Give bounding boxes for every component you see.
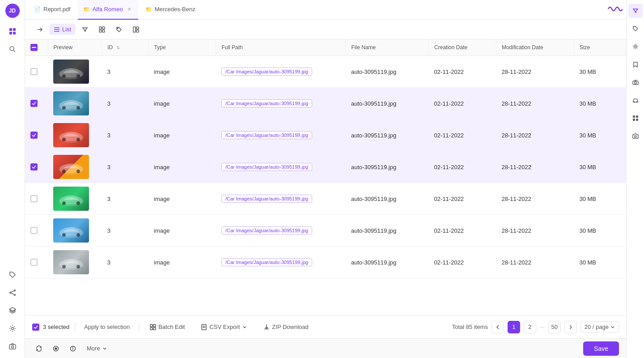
car-svg <box>53 218 89 243</box>
col-header-id[interactable]: ID ⇅ <box>102 39 148 56</box>
cell-size: 30 MB <box>574 151 626 183</box>
sidebar-icon-share[interactable] <box>4 285 21 301</box>
row-checkbox[interactable] <box>30 68 38 75</box>
avatar[interactable]: JD <box>5 4 20 18</box>
toolbar-btn-group[interactable] <box>94 24 110 35</box>
cell-type: image <box>148 215 216 247</box>
preview-image <box>53 250 89 274</box>
csv-export-btn[interactable]: CSV Export <box>195 321 253 332</box>
cell-modification: 28-11-2022 <box>496 119 574 151</box>
row-checkbox[interactable] <box>30 163 38 170</box>
cell-modification: 28-11-2022 <box>496 183 574 215</box>
path-badge[interactable]: /Car Images/Jaguar/auto-3095199.jpg <box>221 226 312 234</box>
cell-size: 30 MB <box>574 56 626 88</box>
rs-tag-icon[interactable] <box>628 21 643 36</box>
col-header-modification: Modification Date <box>496 39 574 56</box>
cell-filename: auto-3095119.jpg <box>346 151 429 183</box>
cell-creation: 02-11-2022 <box>429 183 496 215</box>
page-last-btn[interactable]: 50 <box>548 321 561 333</box>
page-2-btn[interactable]: 2 <box>524 321 536 333</box>
sidebar-icon-layers[interactable] <box>4 303 21 319</box>
batch-edit-label: Batch Edit <box>158 324 185 330</box>
row-checkbox[interactable] <box>30 132 38 139</box>
next-page-btn[interactable] <box>564 321 577 333</box>
svg-point-52 <box>62 265 66 268</box>
csv-dropdown-icon[interactable] <box>242 324 247 330</box>
rs-grid2-icon[interactable] <box>628 111 643 125</box>
apply-to-selection-btn[interactable]: Apply to selection <box>80 322 133 332</box>
table-row: 3 image /Car Images/Jaguar/auto-3095199.… <box>25 215 626 247</box>
row-checkbox[interactable] <box>30 227 38 234</box>
info-icon <box>70 345 76 352</box>
cell-size: 30 MB <box>574 88 626 119</box>
toolbar-btn-list[interactable]: List <box>49 24 76 35</box>
per-page-select[interactable]: 20 / page <box>580 321 619 332</box>
row-checkbox[interactable] <box>30 100 38 107</box>
sidebar-icon-search[interactable] <box>4 41 21 57</box>
cell-creation: 02-11-2022 <box>429 119 496 151</box>
toolbar-btn-breadcrumb[interactable] <box>32 24 47 35</box>
id-sort-icon: ⇅ <box>116 45 120 50</box>
selected-count-checkbox[interactable] <box>32 324 39 331</box>
save-btn[interactable]: Save <box>583 341 619 356</box>
refresh-btn[interactable] <box>32 344 46 354</box>
total-items: Total 85 items <box>452 324 488 330</box>
path-badge[interactable]: /Car Images/Jaguar/auto-3095199.jpg <box>221 68 312 76</box>
path-badge[interactable]: /Car Images/Jaguar/auto-3095199.jpg <box>221 258 312 266</box>
svg-point-7 <box>14 290 15 291</box>
prev-page-btn[interactable] <box>491 321 504 333</box>
layout-icon <box>133 26 139 33</box>
toolbar-btn-filter[interactable] <box>77 24 93 35</box>
path-badge[interactable]: /Car Images/Jaguar/auto-3095199.jpg <box>221 131 312 139</box>
refresh-icon <box>36 345 42 352</box>
svg-rect-58 <box>202 324 206 330</box>
activity-btn[interactable] <box>49 344 63 354</box>
svg-point-33 <box>76 106 80 110</box>
batch-edit-icon <box>150 324 156 330</box>
select-all-checkbox[interactable] <box>30 44 38 51</box>
svg-point-49 <box>76 233 80 237</box>
row-checkbox[interactable] <box>30 259 38 266</box>
cell-preview <box>48 183 102 215</box>
toolbar-btn-layout[interactable] <box>128 24 144 35</box>
svg-rect-24 <box>136 30 139 32</box>
more-btn[interactable]: More <box>83 343 111 354</box>
path-badge[interactable]: /Car Images/Jaguar/auto-3095199.jpg <box>221 99 312 107</box>
cell-fullpath: /Car Images/Jaguar/auto-3095199.jpg <box>216 119 346 151</box>
zip-download-btn[interactable]: ZIP Download <box>258 321 314 332</box>
svg-point-48 <box>62 233 66 237</box>
cell-filename: auto-3095119.jpg <box>346 88 429 119</box>
sidebar-icon-settings[interactable] <box>4 320 21 337</box>
rs-camera2-icon[interactable] <box>628 129 643 143</box>
rs-car-icon[interactable] <box>628 93 643 107</box>
sidebar-icon-tag[interactable] <box>4 267 21 283</box>
selected-count: 3 selected <box>32 324 69 331</box>
tab-mercedes[interactable]: 📁 Mercedes-Benz <box>140 0 201 20</box>
sidebar-icon-grid[interactable] <box>4 23 21 39</box>
page-1-btn[interactable]: 1 <box>508 321 520 333</box>
cell-id: 3 <box>102 247 148 278</box>
toolbar-btn-tag[interactable] <box>111 24 127 35</box>
row-checkbox[interactable] <box>30 195 38 202</box>
cell-filename: auto-3095119.jpg <box>346 119 429 151</box>
next-icon <box>568 324 573 330</box>
rs-bookmark-icon[interactable] <box>628 57 643 72</box>
tab-alfa-icon: 📁 <box>83 6 90 13</box>
page-last-label: 50 <box>551 324 558 330</box>
svg-rect-54 <box>150 324 153 327</box>
col-header-fullpath: Full Path <box>216 39 346 56</box>
svg-rect-71 <box>633 115 635 118</box>
path-badge[interactable]: /Car Images/Jaguar/auto-3095199.jpg <box>221 163 312 171</box>
divider-1 <box>75 323 75 332</box>
tab-alfa-close[interactable]: ✕ <box>126 6 133 13</box>
info-btn[interactable] <box>66 344 80 354</box>
sidebar-icon-camera[interactable] <box>4 338 21 354</box>
tab-alfa-romeo[interactable]: 📁 Alfa Romeo ✕ <box>78 0 138 20</box>
rs-filter-icon[interactable] <box>628 4 643 18</box>
path-badge[interactable]: /Car Images/Jaguar/auto-3095199.jpg <box>221 195 312 203</box>
rs-camera-icon[interactable] <box>628 75 643 90</box>
rs-gear-icon[interactable] <box>628 39 643 54</box>
tab-report[interactable]: 📄 Report.pdf <box>29 0 76 20</box>
table-row: 3 image /Car Images/Jaguar/auto-3095199.… <box>25 151 626 183</box>
batch-edit-btn[interactable]: Batch Edit <box>144 321 190 332</box>
